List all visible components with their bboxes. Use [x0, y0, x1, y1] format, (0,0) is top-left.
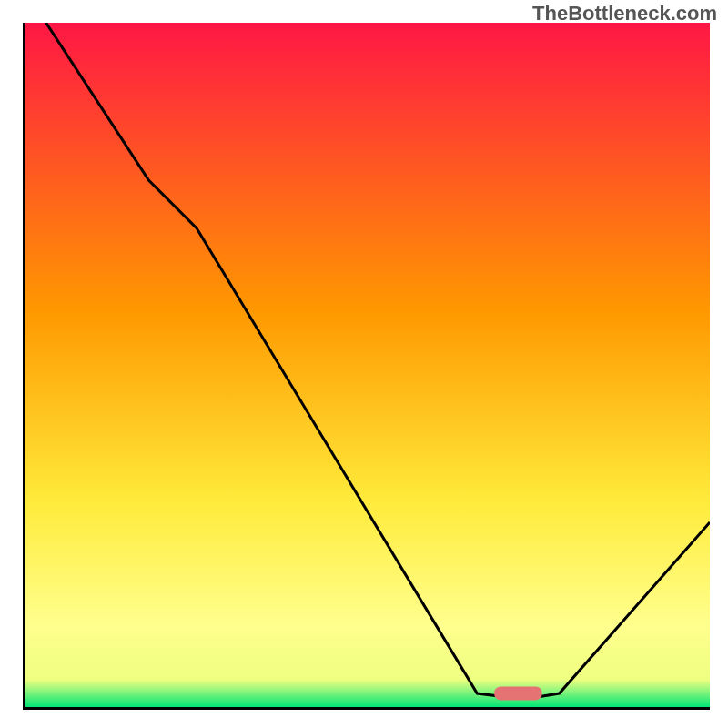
chart-svg	[25, 23, 710, 707]
chart-plot-area	[23, 23, 710, 710]
chart-container: TheBottleneck.com	[0, 0, 728, 728]
gradient-background	[25, 23, 710, 707]
marker-pill	[494, 686, 542, 700]
watermark-text: TheBottleneck.com	[532, 2, 717, 25]
